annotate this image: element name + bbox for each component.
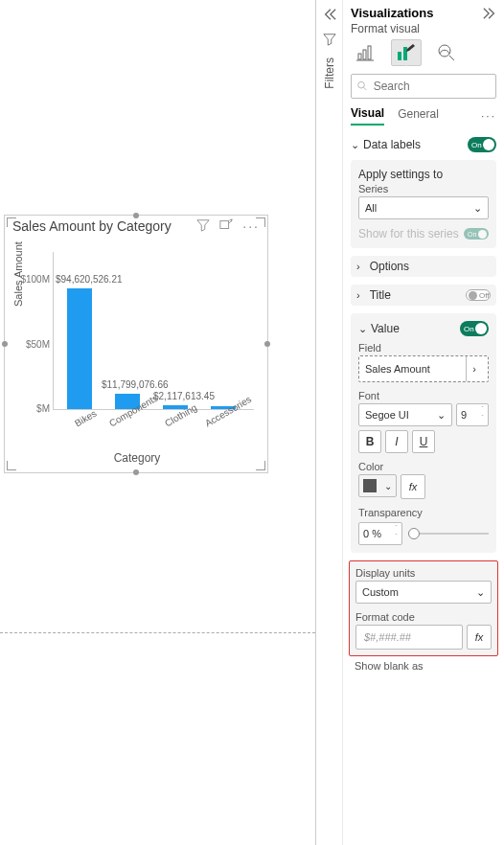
y-tick: $100M [17,274,50,285]
font-size-input[interactable]: 9 ˄˅ [456,403,489,426]
font-family-select[interactable]: Segoe UI ⌄ [358,403,452,426]
search-input[interactable] [372,79,490,94]
chevron-down-icon: ⌄ [437,409,446,422]
apply-settings-title: Apply settings to [358,168,489,181]
resize-handle[interactable] [133,469,139,475]
data-label: $94,620,526.21 [56,274,123,285]
filters-pane-icon[interactable] [323,33,336,46]
title-card[interactable]: › Title Off [351,285,496,306]
stepper-up-icon[interactable]: ˄ [478,406,486,415]
show-for-series-label: Show for this series [358,227,459,240]
display-units-group: Display units Custom ⌄ Format code fx [349,560,498,656]
fx-button[interactable]: fx [467,625,492,650]
y-tick: $M [17,403,50,414]
chevron-right-icon: › [466,356,482,381]
value-group: ⌄ Value On Field Sales Amount › Font Seg… [351,313,496,553]
bar-bikes[interactable] [67,288,92,409]
display-units-select[interactable]: Custom ⌄ [355,581,492,604]
format-visual-icon[interactable] [391,39,422,66]
resize-handle[interactable] [133,213,139,218]
x-tick: Bikes [73,408,99,429]
color-picker[interactable]: ⌄ [358,474,397,497]
field-label: Field [358,342,489,354]
visualizations-panel: Visualizations Format visual Visual Gene… [343,0,504,845]
data-labels-card[interactable]: ⌄ Data labels On [343,131,504,158]
chevron-right-icon: › [351,289,366,301]
stepper-down-icon[interactable]: ˅ [392,534,400,542]
bold-button[interactable]: B [358,430,381,453]
italic-button[interactable]: I [385,430,408,453]
more-options-icon[interactable]: ··· [481,109,496,123]
focus-mode-icon[interactable] [219,218,233,234]
report-canvas[interactable]: Sales Amount by Category ··· Sales Amoun… [0,0,316,845]
title-toggle[interactable]: Off [466,289,491,301]
format-mode-icons [343,39,504,72]
chart-visual[interactable]: Sales Amount by Category ··· Sales Amoun… [4,215,268,473]
options-card[interactable]: › Options [351,256,496,277]
resize-handle[interactable] [264,341,270,347]
x-axis-label: Category [16,451,258,465]
series-label: Series [358,183,489,194]
expand-panes-icon[interactable] [323,8,336,21]
value-label: Value [371,322,400,335]
svg-line-10 [364,87,367,90]
search-icon [357,80,368,92]
chevron-down-icon: ⌄ [473,202,482,215]
chart-title: Sales Amount by Category [12,218,172,234]
page-edge-marker [0,632,315,633]
panel-title: Visualizations [351,6,483,20]
analytics-icon[interactable] [431,39,462,66]
chevron-right-icon: › [351,261,366,272]
svg-rect-5 [398,52,401,60]
data-label: $11,799,076.66 [102,379,169,390]
stepper-up-icon[interactable]: ˄ [392,525,400,534]
font-label: Font [358,390,489,401]
svg-rect-2 [363,50,366,59]
data-labels-toggle[interactable]: On [468,137,496,152]
plot: $M $50M $100M $94,620,526.21 $11,799,076… [53,252,254,410]
panel-subtitle: Format visual [343,22,504,39]
fx-button[interactable]: fx [401,474,425,499]
data-labels-label: Data labels [363,138,421,151]
filter-icon[interactable] [196,218,210,234]
chevron-down-icon: ⌄ [351,139,359,151]
transparency-label: Transparency [358,507,489,518]
svg-rect-1 [358,54,361,59]
transparency-input[interactable]: 0 % ˄˅ [358,522,402,545]
expand-panel-icon[interactable] [483,7,496,20]
panel-collapse-strip: Filters [316,0,343,845]
tab-general[interactable]: General [398,107,439,125]
svg-rect-6 [403,47,407,60]
chevron-down-icon: ⌄ [384,481,392,491]
crop-handle [7,461,16,470]
format-code-label: Format code [355,611,492,623]
format-code-input[interactable] [355,625,463,650]
stepper-down-icon[interactable]: ˅ [478,415,486,423]
svg-line-8 [449,56,454,60]
underline-button[interactable]: U [412,430,435,453]
format-tabs: Visual General ··· [343,106,504,131]
transparency-slider[interactable] [408,533,489,535]
crop-handle [256,217,265,227]
build-visual-icon[interactable] [351,39,381,66]
svg-point-7 [439,45,450,57]
show-blank-as-label: Show blank as [343,660,504,675]
show-for-series-toggle: On [464,228,489,240]
display-units-label: Display units [355,567,492,579]
color-label: Color [358,461,489,472]
y-tick: $50M [17,339,50,350]
tab-visual[interactable]: Visual [351,106,384,126]
slider-thumb[interactable] [408,528,420,539]
series-select[interactable]: All ⌄ [358,196,489,219]
chevron-down-icon: ⌄ [476,586,485,599]
apply-settings-group: Apply settings to Series All ⌄ Show for … [351,160,496,248]
data-label: $2,117,613.45 [153,391,215,401]
filters-pane-label[interactable]: Filters [323,57,336,89]
format-search[interactable] [351,74,496,99]
svg-rect-0 [220,221,229,229]
crop-handle [7,217,16,227]
visual-header: Sales Amount by Category ··· [5,216,267,237]
field-select[interactable]: Sales Amount › [358,355,489,382]
value-toggle[interactable]: On [460,321,489,336]
resize-handle[interactable] [2,341,8,347]
